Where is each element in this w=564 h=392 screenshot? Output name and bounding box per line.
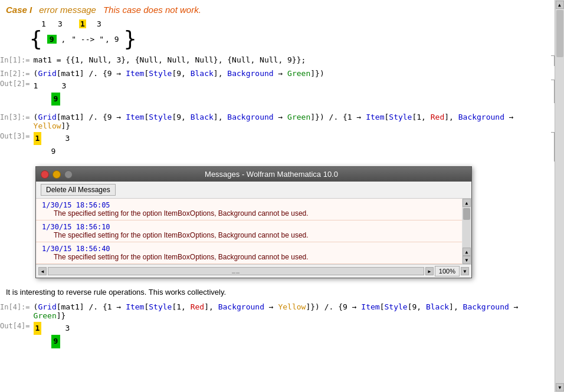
diagram-9-right: 9	[114, 35, 119, 44]
zoom-display: 100%	[435, 266, 460, 276]
out3-label: Out[3]=	[0, 132, 34, 140]
scroll-up-btn[interactable]: ▲	[463, 199, 471, 207]
diagram-9-green: 9	[47, 35, 57, 44]
zoom-arrow-icon[interactable]: ▼	[461, 267, 469, 275]
out4-r3c3-green: 9	[51, 335, 61, 348]
dialog-vscrollbar[interactable]: ▲ ▲ ▼	[462, 199, 471, 264]
left-brace: {	[29, 28, 42, 50]
message-time-1: 1/30/15 18:56:05	[42, 201, 460, 209]
out3-r3c3: 9	[34, 145, 56, 158]
messages-dialog: Messages - Wolfram Mathematica 10.0 Dele…	[35, 166, 472, 278]
out2-r1c1: 1	[34, 80, 38, 93]
delete-all-btn[interactable]: Delete All Messages	[41, 184, 116, 196]
notebook-scrollbar[interactable]: ▲ ▼	[555, 0, 564, 392]
cell-in2: In[2]:= (Grid[mat1] /. {9 → Item[Style[9…	[0, 65, 564, 79]
message-entry-3: 1/30/15 18:56:40 The specified setting f…	[36, 242, 471, 264]
minimize-button[interactable]	[53, 170, 61, 179]
cell-in1: In[1]:= mat1 = {{1, Null, 3}, {Null, Nul…	[0, 54, 564, 65]
scroll-thumb[interactable]	[463, 208, 470, 220]
case-desc: This case does not work.	[103, 5, 201, 15]
diagram-num-1-yellow: 1	[74, 19, 91, 28]
cell-in3: In[3]:= (Grid[mat1] /. {9 → Item[Style[9…	[0, 109, 564, 131]
dialog-title: Messages - Wolfram Mathematica 10.0	[76, 170, 467, 179]
cell-in4: In[4]:= (Grid[mat1] /. {1 → Item[Style[1…	[0, 299, 564, 321]
message-text-2: The specified setting for the option Ite…	[42, 231, 460, 239]
in1-label: In[1]:=	[0, 56, 34, 64]
out2-label: Out[2]=	[0, 80, 34, 88]
cell-out2: Out[2]= 1 3 9	[0, 79, 564, 109]
in1-code: mat1 = {{1, Null, 3}, {Null, Null, Null}…	[34, 55, 306, 64]
scroll-track	[463, 207, 471, 248]
dialog-footer: ◀ …… ▶ 100% ▼	[36, 264, 471, 278]
case-label: Case I	[6, 5, 32, 15]
message-entry-1: 1/30/15 18:56:05 The specified setting f…	[36, 199, 471, 220]
comma2: ,	[105, 35, 110, 44]
in4-code: (Grid[mat1] /. {1 → Item[Style[1, Red], …	[34, 302, 546, 320]
arrow-text: " --> "	[67, 35, 104, 44]
message-text-1: The specified setting for the option Ite…	[42, 209, 460, 218]
diagram-num-3: 3	[52, 19, 68, 28]
grid-diagram: 1 3 1 3 { 9 , " --> " , 9 }	[0, 18, 564, 54]
out3-grid: 1 3 9	[34, 132, 70, 158]
comma1: ,	[61, 35, 66, 44]
diagram-num-3b: 3	[91, 19, 107, 28]
message-text-3: The specified setting for the option Ite…	[42, 253, 460, 261]
cell-out3: Out[3]= 1 3 9	[0, 131, 564, 162]
message-time-2: 1/30/15 18:56:10	[42, 223, 460, 231]
dialog-toolbar: Delete All Messages	[36, 182, 471, 199]
hscroll-track[interactable]: ……	[48, 267, 424, 275]
nb-scroll-up[interactable]: ▲	[556, 1, 564, 9]
out2-grid: 1 3 9	[34, 80, 67, 106]
scroll-down-btn-1[interactable]: ▲	[463, 248, 471, 256]
message-time-3: 1/30/15 18:56:40	[42, 245, 460, 253]
maximize-button[interactable]	[64, 170, 73, 179]
close-button[interactable]	[41, 170, 49, 179]
hscroll-left-btn[interactable]: ◀	[38, 267, 47, 275]
out3-r1c1-yellow: 1	[34, 132, 42, 145]
in3-code: (Grid[mat1] /. {9 → Item[Style[9, Black]…	[34, 113, 546, 130]
dialog-titlebar: Messages - Wolfram Mathematica 10.0	[36, 167, 471, 182]
out2-r1c2: 3	[61, 80, 66, 93]
out4-grid: 1 3 9	[34, 322, 70, 348]
nb-scroll-thumb[interactable]	[556, 10, 563, 57]
out3-r1c2: 3	[65, 132, 70, 145]
case-header: Case I error message This case does not …	[0, 0, 564, 18]
nb-scroll-down[interactable]: ▼	[556, 383, 564, 391]
out4-r1c1-yellow: 1	[34, 322, 42, 335]
in2-label: In[2]:=	[0, 70, 34, 78]
scroll-down-btn-2[interactable]: ▼	[463, 256, 471, 264]
in4-label: In[4]:=	[0, 303, 34, 311]
out4-r1c2: 3	[65, 322, 70, 335]
cell-out4: Out[4]= 1 3 9	[0, 321, 564, 351]
dialog-body: 1/30/15 18:56:05 The specified setting f…	[36, 199, 471, 264]
hscroll-right-btn[interactable]: ▶	[425, 267, 434, 275]
interest-note: It is interesting to reverse rule operat…	[0, 283, 564, 299]
hscroll-grip: ……	[232, 268, 240, 275]
right-brace: }	[124, 28, 137, 50]
out4-label: Out[4]=	[0, 322, 34, 330]
out2-r3c3: 9	[51, 93, 61, 106]
in2-code: (Grid[mat1] /. {9 → Item[Style[9, Black]…	[34, 69, 324, 78]
in3-label: In[3]:=	[0, 113, 34, 121]
error-label: error message	[39, 5, 96, 15]
message-entry-2: 1/30/15 18:56:10 The specified setting f…	[36, 220, 471, 242]
